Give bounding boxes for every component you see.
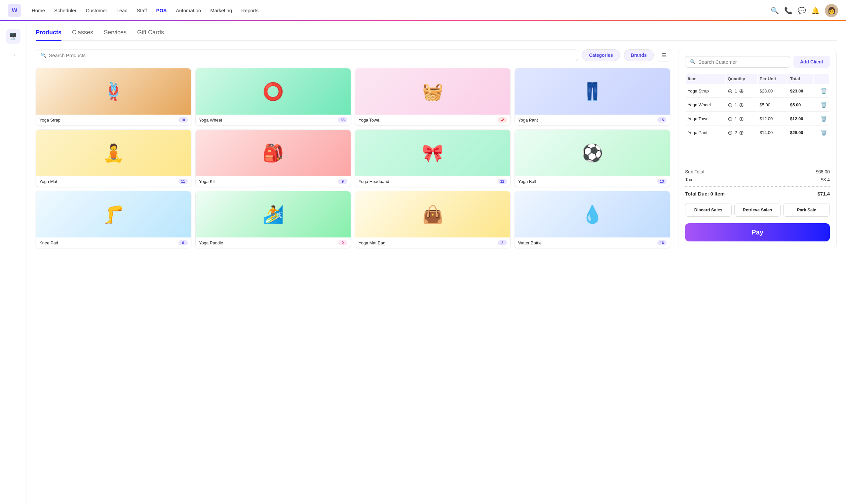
nav-pos[interactable]: POS	[156, 6, 167, 15]
phone-icon[interactable]: 📞	[784, 6, 792, 15]
product-card[interactable]: 🧺 Yoga Towel -2	[355, 68, 511, 126]
pay-button[interactable]: Pay	[685, 223, 830, 241]
product-image: 🧘	[36, 130, 191, 176]
order-item-name: Yoga Pant	[686, 126, 725, 139]
delete-row-button[interactable]: 🗑️	[821, 102, 827, 108]
nav-home[interactable]: Home	[32, 6, 45, 15]
tax-row: Tax $3.4	[685, 176, 830, 184]
tab-classes[interactable]: Classes	[72, 29, 93, 41]
nav-reports[interactable]: Reports	[241, 6, 259, 15]
product-footer: Yoga Paddle 0	[196, 237, 351, 248]
top-nav: W Home Scheduler Customer Lead Staff POS…	[0, 0, 846, 21]
product-image: ⭕	[196, 68, 351, 114]
search-icon: 🔍	[690, 59, 695, 65]
order-per-unit: $5.00	[758, 98, 788, 112]
search-icon[interactable]: 🔍	[771, 6, 779, 15]
action-buttons: Discard Sales Retrieve Sales Park Sale	[685, 203, 830, 217]
product-card[interactable]: 🏄 Yoga Paddle 0	[195, 191, 351, 248]
product-name: Yoga Strap	[39, 118, 60, 123]
order-row: Yoga Towel ⊖ 1 ⊕ $12.00 $12.00 🗑️	[686, 112, 829, 126]
product-grid: 🪢 Yoga Strap 10 ⭕ Yoga Wheel	[36, 68, 670, 248]
tabs-bar: Products Classes Services Gift Cards	[36, 29, 837, 41]
order-item-name: Yoga Strap	[686, 85, 725, 98]
notifications-icon[interactable]: 🔔	[811, 6, 819, 15]
qty-increase-button[interactable]: ⊕	[739, 116, 744, 122]
product-search-input[interactable]	[49, 53, 573, 58]
product-name: Knee Pad	[39, 240, 58, 246]
col-action	[814, 74, 829, 84]
subtotal-value: $68.00	[816, 169, 830, 174]
product-card[interactable]: 🧘 Yoga Mat 11	[36, 129, 191, 187]
subtotal-row: Sub Total $68.00	[685, 168, 830, 176]
qty-value: 2	[735, 130, 737, 135]
search-row: 🔍 Categories Brands ☰	[36, 49, 670, 61]
categories-button[interactable]: Categories	[582, 49, 620, 61]
product-name: Yoga Mat Bag	[358, 240, 385, 246]
totals-section: Sub Total $68.00 Tax $3.4 Total Due: 0 I…	[685, 168, 830, 198]
qty-increase-button[interactable]: ⊕	[739, 102, 744, 108]
right-panel: 🔍 Add Client Item Quantity Per Unit Tota…	[678, 49, 837, 248]
qty-decrease-button[interactable]: ⊖	[728, 116, 733, 122]
product-footer: Yoga Headband 12	[355, 176, 510, 186]
delete-row-button[interactable]: 🗑️	[821, 88, 827, 94]
delete-row-button[interactable]: 🗑️	[821, 116, 827, 122]
nav-automation[interactable]: Automation	[176, 6, 201, 15]
product-footer: Water Bottle 16	[515, 237, 670, 248]
nav-scheduler[interactable]: Scheduler	[54, 6, 77, 15]
product-card[interactable]: 🪢 Yoga Strap 10	[36, 68, 191, 126]
nav-marketing[interactable]: Marketing	[210, 6, 232, 15]
park-sale-button[interactable]: Park Sale	[783, 203, 830, 217]
products-panel: 🔍 Categories Brands ☰ 🪢 Yoga Strap	[36, 49, 670, 248]
qty-increase-button[interactable]: ⊕	[739, 130, 744, 136]
order-table: Item Quantity Per Unit Total Yoga Strap	[685, 73, 830, 140]
tab-gift-cards[interactable]: Gift Cards	[137, 29, 164, 41]
order-row: Yoga Strap ⊖ 1 ⊕ $23.00 $23.00 🗑️	[686, 85, 829, 98]
product-image: 🏄	[196, 191, 351, 237]
retrieve-sales-button[interactable]: Retrieve Sales	[734, 203, 781, 217]
nav-staff[interactable]: Staff	[137, 6, 147, 15]
product-footer: Yoga Mat 11	[36, 176, 191, 186]
product-card[interactable]: 👖 Yoga Pant 15	[514, 68, 670, 126]
order-item-name: Yoga Towel	[686, 112, 725, 126]
nav-customer[interactable]: Customer	[86, 6, 107, 15]
tab-services[interactable]: Services	[104, 29, 127, 41]
delete-row-button[interactable]: 🗑️	[821, 130, 827, 136]
product-name: Yoga Pant	[518, 118, 538, 123]
order-total: $5.00	[788, 98, 813, 112]
qty-decrease-button[interactable]: ⊖	[728, 102, 733, 108]
tab-products[interactable]: Products	[36, 29, 61, 41]
avatar[interactable]: 👩	[825, 4, 838, 17]
product-search-box: 🔍	[36, 50, 578, 61]
product-count: 12	[498, 179, 507, 184]
product-footer: Knee Pad 6	[36, 237, 191, 248]
order-total: $28.00	[788, 126, 813, 139]
sidebar-monitor-icon[interactable]: 🖥️	[6, 29, 20, 43]
main-content: Products Classes Services Gift Cards 🔍 C…	[27, 21, 846, 504]
product-footer: Yoga Strap 10	[36, 114, 191, 125]
qty-decrease-button[interactable]: ⊖	[728, 88, 733, 94]
product-name: Yoga Ball	[518, 179, 536, 184]
qty-decrease-button[interactable]: ⊖	[728, 130, 733, 136]
product-card[interactable]: 🎒 Yoga Kit 9	[195, 129, 351, 187]
total-due-value: $71.4	[817, 191, 830, 197]
total-due-row: Total Due: 0 Item $71.4	[685, 190, 830, 198]
product-card[interactable]: 💧 Water Bottle 16	[514, 191, 670, 248]
sidebar-collapse-button[interactable]: →	[10, 52, 16, 58]
order-qty-cell: ⊖ 1 ⊕	[726, 85, 757, 98]
product-card[interactable]: 🎀 Yoga Headband 12	[355, 129, 511, 187]
customer-search-input[interactable]	[698, 59, 785, 65]
product-card[interactable]: 👜 Yoga Mat Bag 2	[355, 191, 511, 248]
qty-increase-button[interactable]: ⊕	[739, 88, 744, 94]
nav-lead[interactable]: Lead	[117, 6, 127, 15]
product-image: 🪢	[36, 68, 191, 114]
product-card[interactable]: 🦵 Knee Pad 6	[36, 191, 191, 248]
brands-button[interactable]: Brands	[624, 49, 654, 61]
filter-options-icon[interactable]: ☰	[658, 49, 670, 61]
whatsapp-icon[interactable]: 💬	[798, 6, 806, 15]
product-card[interactable]: ⭕ Yoga Wheel 33	[195, 68, 351, 126]
product-count: 2	[498, 240, 507, 246]
add-client-button[interactable]: Add Client	[793, 56, 830, 68]
subtotal-label: Sub Total	[685, 169, 704, 174]
product-card[interactable]: ⚽ Yoga Ball 13	[514, 129, 670, 187]
discard-sales-button[interactable]: Discard Sales	[685, 203, 732, 217]
